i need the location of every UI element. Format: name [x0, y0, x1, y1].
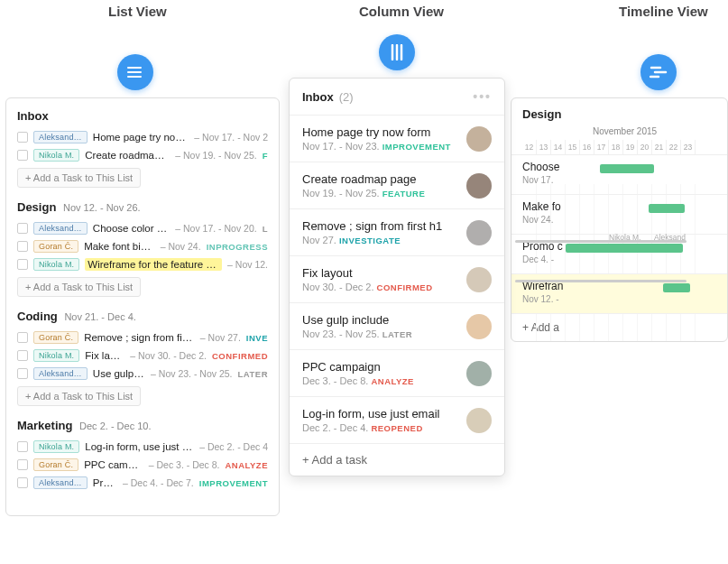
task-title: Wireframe for the feature page: [85, 258, 222, 271]
task-checkbox[interactable]: [17, 223, 28, 234]
task-dates: – Nov 23. - Nov 25.: [151, 368, 232, 379]
assignee-pill[interactable]: Goran Č.: [33, 240, 78, 253]
column-view-panel: Inbox (2) ••• Home page try now formNov …: [289, 78, 505, 476]
task-title: Home page try now form: [93, 132, 189, 143]
task-tag: CONFIRMED: [212, 351, 268, 361]
task-row[interactable]: Aleksand…Choose color scheme – Nov 17. -…: [17, 219, 268, 237]
assignee-pill[interactable]: Aleksand…: [33, 131, 88, 143]
column-menu-icon[interactable]: •••: [473, 89, 492, 104]
assignee-pill[interactable]: Aleksand…: [33, 222, 88, 235]
task-checkbox[interactable]: [17, 132, 28, 143]
avatar[interactable]: [466, 267, 492, 292]
task-row[interactable]: Nikola M.Create roadmap page – Nov 19. -…: [17, 146, 268, 164]
task-row[interactable]: Aleksand…Home page try now form – Nov 17…: [17, 128, 268, 146]
task-tag: ANALYZE: [226, 460, 269, 470]
timeline-bar[interactable]: [663, 283, 690, 292]
task-card[interactable]: PPC campaignDec 3. - Dec 8. ANALYZE: [290, 350, 504, 397]
timeline-task-date: Nov 17.: [522, 175, 716, 185]
assignee-pill[interactable]: Nikola M.: [33, 149, 79, 162]
assignee-pill[interactable]: Nikola M.: [33, 258, 79, 271]
timeline-bar[interactable]: [649, 204, 685, 213]
timeline-day: 23: [681, 140, 696, 154]
timeline-day: 15: [566, 140, 580, 154]
assignee-pill[interactable]: Nikola M.: [33, 440, 79, 453]
add-task-button[interactable]: + Add a Task to This List: [17, 386, 141, 406]
timeline-row[interactable]: ChooseNov 17.: [511, 155, 727, 195]
task-row[interactable]: Goran Č.Remove ; sign from first h1 – No…: [17, 328, 268, 347]
timeline-row[interactable]: Promo cDec 4. -Nikola M.Aleksand: [511, 235, 727, 274]
add-task-button[interactable]: + Add a task: [290, 444, 504, 476]
timeline-view-label: Timeline View: [619, 4, 708, 19]
task-checkbox[interactable]: [17, 241, 28, 252]
avatar[interactable]: [466, 408, 492, 433]
avatar[interactable]: [466, 220, 492, 245]
add-task-button[interactable]: + Add a Task to This List: [17, 277, 141, 297]
timeline-day: 17: [594, 140, 609, 154]
task-dates: – Dec 4. - Dec 7.: [123, 477, 194, 488]
task-checkbox[interactable]: [17, 150, 28, 161]
task-tag: INVE: [246, 333, 268, 343]
list-view-icon[interactable]: [117, 54, 153, 90]
task-row[interactable]: Aleksand…Use gulp include – Nov 23. - No…: [17, 365, 268, 383]
timeline-row[interactable]: WirefranNov 12. -: [511, 274, 727, 314]
list-section: Marketing Dec 2. - Dec 10.Nikola M.Log-i…: [17, 419, 268, 492]
timeline-task-date: Dec 4. -: [522, 254, 716, 264]
assignee-pill[interactable]: Goran Č.: [33, 458, 78, 471]
task-tag: L: [263, 224, 268, 234]
task-card[interactable]: Home page try now formNov 17. - Nov 23. …: [290, 116, 504, 162]
task-row[interactable]: Goran Č.PPC campaign – Dec 3. - Dec 8. A…: [17, 456, 268, 474]
task-card[interactable]: Log-in form, use just emailDec 2. - Dec …: [290, 397, 504, 444]
avatar[interactable]: [466, 173, 492, 199]
card-title: Create roadmap page: [302, 172, 457, 186]
list-view-label: List View: [108, 4, 167, 19]
task-checkbox[interactable]: [17, 441, 28, 452]
avatar[interactable]: [466, 126, 492, 152]
task-card[interactable]: Create roadmap pageNov 19. - Nov 25. FEA…: [290, 162, 504, 209]
task-row[interactable]: Nikola M.Fix layout – Nov 30. - Dec 2. C…: [17, 347, 268, 365]
task-row[interactable]: Nikola M.Log-in form, use just email – D…: [17, 438, 268, 456]
card-tag: REOPENED: [371, 423, 422, 433]
assignee-pill[interactable]: Nikola M.: [33, 349, 79, 362]
task-checkbox[interactable]: [17, 459, 28, 470]
task-checkbox[interactable]: [17, 332, 28, 343]
timeline-view-panel: Design November 2015 1213141516171819202…: [511, 97, 728, 342]
task-row[interactable]: Aleksand…Promo code – Dec 4. - Dec 7. IM…: [17, 474, 268, 492]
add-task-button[interactable]: + Add a Task to This List: [17, 168, 141, 188]
task-card[interactable]: Remove ; sign from first h1Nov 27. INVES…: [290, 209, 504, 256]
column-view-icon[interactable]: [379, 34, 415, 70]
card-tag: CONFIRMED: [377, 282, 433, 292]
assignee-pill[interactable]: Aleksand…: [33, 367, 88, 380]
task-dates: – Nov 17. - Nov 20.: [175, 223, 256, 234]
task-row[interactable]: Goran Č.Make font bigger – Nov 24. INPRO…: [17, 237, 268, 255]
assignee-pill[interactable]: Goran Č.: [33, 331, 78, 344]
timeline-bar[interactable]: [600, 164, 654, 173]
task-card[interactable]: Use gulp includeNov 23. - Nov 25. LATER: [290, 303, 504, 350]
section-title: Coding Nov 21. - Dec 4.: [17, 310, 268, 323]
task-title: Promo code: [93, 477, 117, 488]
card-title: Home page try now form: [302, 125, 457, 139]
section-title: Inbox: [17, 109, 268, 123]
task-card[interactable]: Fix layoutNov 30. - Dec 2. CONFIRMED: [290, 256, 504, 303]
task-checkbox[interactable]: [17, 368, 28, 379]
add-task-button[interactable]: + Add a: [511, 314, 727, 341]
avatar[interactable]: [466, 361, 492, 386]
task-title: Make font bigger: [84, 241, 155, 252]
card-meta: Dec 2. - Dec 4. REOPENED: [302, 422, 457, 433]
list-section: Design Nov 12. - Nov 26.Aleksand…Choose …: [17, 200, 268, 297]
task-checkbox[interactable]: [17, 350, 28, 361]
timeline-day: 12: [522, 140, 537, 154]
timeline-view-icon[interactable]: [640, 54, 677, 90]
avatar[interactable]: [466, 314, 492, 339]
task-checkbox[interactable]: [17, 477, 28, 488]
card-tag: IMPROVEMENT: [382, 142, 451, 152]
card-tag: INVESTIGATE: [339, 236, 401, 245]
assignee-pill[interactable]: Aleksand…: [33, 476, 88, 489]
timeline-day: 21: [652, 140, 667, 154]
timeline-row[interactable]: Make foNov 24.: [511, 195, 727, 235]
task-row[interactable]: Nikola M.Wireframe for the feature page …: [17, 255, 268, 273]
timeline-day: 18: [609, 140, 623, 154]
timeline-bar[interactable]: [566, 244, 683, 253]
task-checkbox[interactable]: [17, 259, 28, 270]
column-view-label: Column View: [359, 4, 444, 19]
timeline-bar[interactable]: [515, 280, 687, 282]
